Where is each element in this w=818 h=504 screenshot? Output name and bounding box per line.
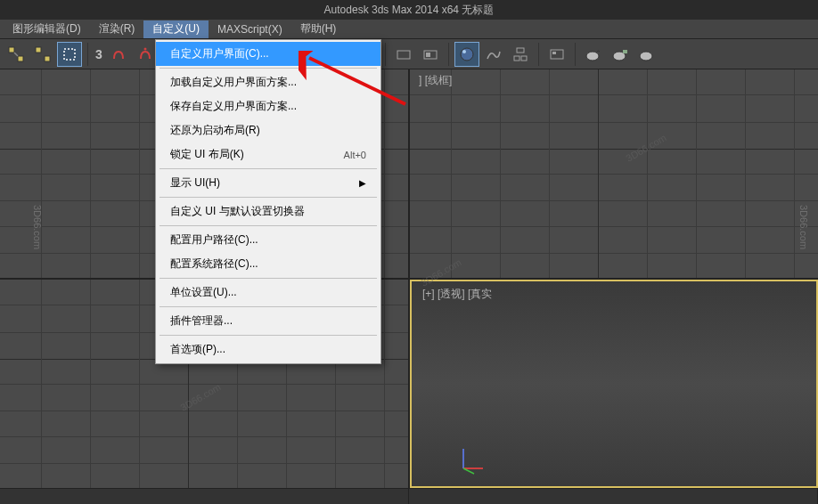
status-panel-left [0,489,409,504]
toolbar-separator [575,43,576,66]
dd-restore-startup-layout[interactable]: 还原为启动布局(R) [156,118,380,142]
render-frame-icon[interactable] [581,42,606,67]
dd-preferences[interactable]: 首选项(P)... [156,337,380,362]
svg-line-2 [14,53,18,56]
svg-rect-13 [426,53,430,57]
title-bar: Autodesk 3ds Max 2014 x64 无标题 [0,0,818,20]
customize-dropdown-menu: 自定义用户界面(C)... 加载自定义用户界面方案... 保存自定义用户界面方案… [155,39,381,364]
menu-customize[interactable]: 自定义(U) [143,20,209,38]
menu-bar: 图形编辑器(D) 渲染(R) 自定义(U) MAXScript(X) 帮助(H) [0,20,818,39]
app-title: Autodesk 3ds Max 2014 x64 无标题 [324,3,495,18]
svg-rect-4 [45,56,50,61]
unlink-tool-icon[interactable] [30,42,55,67]
menu-maxscript[interactable]: MAXScript(X) [209,20,291,38]
svg-point-14 [461,48,473,61]
menu-help[interactable]: 帮助(H) [291,20,346,38]
svg-point-24 [640,52,652,61]
render-setup-icon[interactable] [544,42,569,67]
dd-configure-system-paths[interactable]: 配置系统路径(C)... [156,252,380,276]
dd-save-ui-scheme[interactable]: 保存自定义用户界面方案... [156,94,380,118]
watermark: 3D66.com [798,205,809,249]
svg-line-9 [463,468,474,474]
dd-show-ui[interactable]: 显示 UI(H)▶ [156,171,380,195]
viewport-area: ] [线框] [+] [透视] [真实 [0,69,818,488]
svg-point-21 [586,52,599,61]
dd-separator [160,278,377,279]
viewport-label-tr[interactable]: ] [线框] [419,73,452,88]
svg-point-6 [143,47,146,50]
dd-separator [160,335,377,336]
quick-render-icon[interactable] [634,42,659,67]
select-tool-icon[interactable] [57,42,82,67]
curve-editor-icon[interactable] [481,42,506,67]
dd-separator [160,197,377,198]
submenu-arrow-icon: ▶ [359,178,366,188]
menu-render[interactable]: 渲染(R) [90,20,144,38]
axis-gizmo-icon [456,440,492,476]
svg-rect-20 [552,52,556,54]
toolbar-separator [538,43,539,66]
dd-ui-default-switcher[interactable]: 自定义 UI 与默认设置切换器 [156,199,380,224]
status-bar [0,488,818,504]
svg-rect-18 [521,56,527,61]
viewport-label-br[interactable]: [+] [透视] [真实 [422,287,492,302]
dd-load-ui-scheme[interactable]: 加载自定义用户界面方案... [156,70,380,94]
svg-rect-3 [36,47,41,53]
viewport-top-right[interactable]: ] [线框] [410,69,818,278]
dd-configure-user-paths[interactable]: 配置用户路径(C)... [156,228,380,252]
svg-point-15 [462,50,466,53]
toolbar-separator [385,43,386,66]
dd-separator [160,68,377,69]
toolbar-separator [87,43,88,66]
dd-separator [160,306,377,307]
dd-separator [160,225,377,226]
dd-plugin-manager[interactable]: 插件管理器... [156,309,380,333]
svg-rect-5 [64,49,75,60]
toolbar-separator [448,43,449,66]
dd-customize-ui[interactable]: 自定义用户界面(C)... [156,42,380,66]
menu-graphics-editor[interactable]: 图形编辑器(D) [4,20,90,38]
schematic-view-icon[interactable] [508,42,533,67]
svg-rect-23 [623,50,627,53]
selection-set-icon[interactable] [418,42,443,67]
material-editor-icon[interactable] [454,42,479,67]
dd-units-setup[interactable]: 单位设置(U)... [156,280,380,305]
svg-rect-17 [514,56,519,61]
link-tool-icon[interactable] [4,42,29,67]
angle-snap-icon[interactable] [133,42,158,67]
svg-rect-0 [9,47,14,53]
named-selection-icon[interactable] [391,42,416,67]
status-panel-right [409,489,818,504]
svg-rect-11 [397,51,410,59]
viewport-perspective[interactable]: [+] [透视] [真实 [410,280,818,488]
watermark: 3D66.com [32,205,43,249]
svg-rect-1 [18,56,23,61]
snap-toggle-icon[interactable] [106,42,131,67]
dd-lock-ui-layout[interactable]: 锁定 UI 布局(K)Alt+0 [156,142,380,167]
svg-rect-16 [517,48,524,53]
dd-separator [160,168,377,169]
toolbar-right-group [381,39,659,69]
snap-3-label: 3 [94,47,104,61]
render-production-icon[interactable] [608,42,633,67]
